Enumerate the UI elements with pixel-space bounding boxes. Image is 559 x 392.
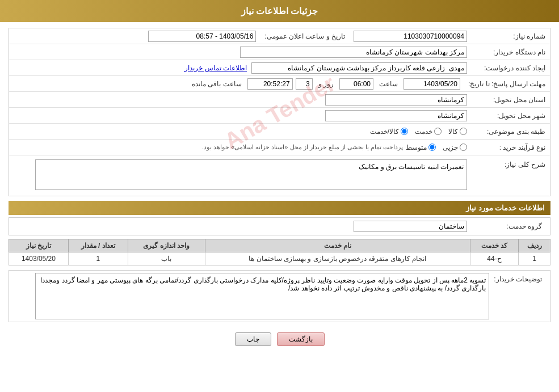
purchase-note: پرداخت تمام یا بخشی از مبلغ خریدار از مح…	[202, 144, 403, 151]
cell-service-code: ح-44	[470, 252, 518, 265]
purchase-radio-motavaset[interactable]	[428, 144, 436, 151]
purchase-type-row: نوع فرآیند خرید : جزیی متوسط پرداخت تمام…	[9, 140, 550, 155]
requester-row: ایجاد کننده درخواست: اطلاعات تماس خریدار	[9, 60, 550, 76]
buyer-org-input[interactable]	[240, 47, 467, 58]
print-button[interactable]: چاپ	[235, 332, 271, 346]
deadline-time-input[interactable]	[339, 78, 373, 90]
table-row: 1 ح-44 انجام کارهای متفرقه درخصوص بازساز…	[9, 252, 550, 265]
deadline-remaining-label: ساعت باقی مانده	[189, 80, 245, 88]
province-row: استان محل تحویل:	[9, 92, 550, 108]
purchase-option-motavaset[interactable]: متوسط	[406, 144, 436, 151]
main-content: Ana Tender شماره نیاز: تاریخ و ساعت اعلا…	[0, 22, 559, 357]
purchase-option-motavaset-label: متوسط	[406, 144, 427, 151]
buyer-notes-textarea[interactable]	[35, 273, 489, 319]
service-group-row: گروه خدمت:	[9, 217, 550, 235]
cell-unit: باب	[128, 252, 205, 265]
col-unit: واحد اندازه گیری	[128, 239, 205, 252]
col-quantity: تعداد / مقدار	[68, 239, 128, 252]
page-container: جزئیات اطلاعات نیاز Ana Tender شماره نیا…	[0, 0, 559, 392]
requester-input[interactable]	[251, 62, 467, 74]
category-option-kala[interactable]: کالا	[448, 128, 467, 136]
deadline-days-input[interactable]	[296, 78, 313, 90]
services-table: ردیف کد خدمت نام خدمت واحد اندازه گیری ت…	[9, 239, 550, 265]
col-service-code: کد خدمت	[470, 239, 518, 252]
buyer-notes-label: توضیحات خریدار:	[489, 273, 547, 285]
cell-quantity: 1	[68, 252, 128, 265]
service-group-input[interactable]	[354, 221, 467, 232]
deadline-remaining-input[interactable]	[247, 78, 293, 90]
cell-row-num: 1	[519, 252, 550, 265]
category-radio-kala-khedmat[interactable]	[401, 128, 408, 135]
main-form-section: Ana Tender شماره نیاز: تاریخ و ساعت اعلا…	[9, 28, 550, 196]
purchase-radio-group: جزیی متوسط	[406, 144, 467, 151]
deadline-row: مهلت ارسال پاسخ: تا تاریخ: ساعت روز و سا…	[9, 76, 550, 92]
category-option-kala-khedmat[interactable]: کالا/خدمت	[370, 128, 408, 136]
page-title: جزئیات اطلاعات نیاز	[241, 6, 318, 16]
category-radio-khedmat[interactable]	[434, 128, 442, 135]
table-header-row: ردیف کد خدمت نام خدمت واحد اندازه گیری ت…	[9, 239, 550, 252]
cell-need-date: 1403/05/20	[9, 252, 69, 265]
requester-contact-link[interactable]: اطلاعات تماس خریدار	[184, 64, 247, 72]
buyer-org-row: نام دستگاه خریدار:	[9, 44, 550, 60]
col-need-date: تاریخ نیاز	[9, 239, 69, 252]
need-description-textarea[interactable]	[35, 159, 467, 190]
deadline-days-label: روز و	[316, 80, 337, 88]
services-section-title: اطلاعات خدمات مورد نیاز	[466, 204, 545, 212]
buyer-notes-row: توضیحات خریدار:	[9, 270, 550, 322]
deadline-time-label: ساعت	[376, 80, 401, 88]
city-row: شهر محل تحویل:	[9, 108, 550, 124]
purchase-option-jozi-label: جزیی	[443, 144, 458, 151]
category-label: طبقه بندی موضوعی:	[470, 125, 550, 138]
city-label: شهر محل تحویل:	[470, 109, 550, 122]
category-radio-group: کالا خدمت کالا/خدمت	[367, 127, 470, 137]
buyer-org-label: نام دستگاه خریدار:	[470, 46, 550, 58]
need-number-label: شماره نیاز:	[470, 30, 550, 43]
announcement-datetime-input[interactable]	[148, 31, 256, 42]
col-service-name: نام خدمت	[205, 239, 470, 252]
category-radio-kala[interactable]	[460, 128, 467, 135]
category-option-khedmat-label: خدمت	[415, 128, 432, 136]
category-row: طبقه بندی موضوعی: کالا خدمت کالا/خدمت	[9, 124, 550, 140]
requester-label: ایجاد کننده درخواست:	[470, 62, 550, 74]
category-option-kala-label: کالا	[448, 128, 458, 136]
purchase-radio-jozi[interactable]	[460, 144, 467, 151]
page-header: جزئیات اطلاعات نیاز	[0, 0, 559, 22]
need-description-label: شرح کلی نیاز:	[470, 158, 550, 171]
back-button[interactable]: بازگشت	[277, 332, 325, 346]
city-input[interactable]	[325, 110, 467, 121]
deadline-label: مهلت ارسال پاسخ: تا تاریخ:	[464, 78, 550, 90]
category-option-kala-khedmat-label: کالا/خدمت	[370, 128, 399, 136]
purchase-option-jozi[interactable]: جزیی	[443, 144, 467, 151]
deadline-date-input[interactable]	[404, 78, 460, 90]
bottom-buttons: بازگشت چاپ	[9, 327, 550, 352]
purchase-type-label: نوع فرآیند خرید :	[470, 141, 550, 154]
services-section-header: اطلاعات خدمات مورد نیاز	[9, 201, 550, 215]
announcement-label: تاریخ و ساعت اعلان عمومی:	[262, 32, 348, 40]
province-label: استان محل تحویل:	[470, 94, 550, 106]
province-input[interactable]	[325, 94, 467, 106]
need-number-row: شماره نیاز: تاریخ و ساعت اعلان عمومی:	[9, 28, 550, 44]
service-group-label: گروه خدمت:	[467, 220, 547, 233]
category-option-khedmat[interactable]: خدمت	[415, 128, 442, 136]
col-row-num: ردیف	[519, 239, 550, 252]
cell-service-name: انجام کارهای متفرقه درخصوص بازسازی و بهس…	[205, 252, 470, 265]
need-description-row: شرح کلی نیاز:	[9, 155, 550, 196]
need-number-input[interactable]	[354, 31, 467, 42]
